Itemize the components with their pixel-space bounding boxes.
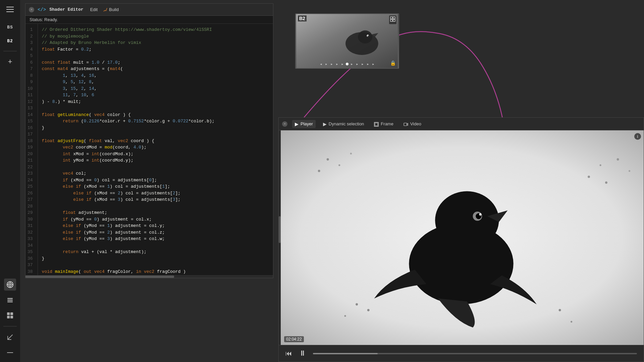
svg-rect-21	[390, 17, 392, 19]
svg-rect-26	[375, 123, 378, 126]
next-btn-1[interactable]: ▶	[350, 62, 354, 66]
dynamic-icon: ▶	[323, 121, 327, 127]
code-line: }	[42, 125, 269, 131]
code-line: int yMod = int(coordMod.y);	[42, 157, 269, 164]
svg-rect-11	[10, 312, 13, 315]
svg-rect-10	[7, 312, 10, 315]
code-line: 11, 7, 10, 6	[42, 92, 269, 99]
svg-point-31	[435, 191, 499, 249]
tab-video[interactable]: Video	[401, 120, 424, 128]
layers-icon[interactable]	[4, 294, 16, 306]
lock-icon[interactable]: 🔒	[390, 60, 396, 66]
svg-rect-13	[10, 316, 13, 318]
code-line: ) - 8.) * mult;	[42, 99, 269, 105]
code-area[interactable]: 1234567891011121314151617181920212223242…	[25, 24, 273, 275]
player-scrollbar-thumb[interactable]	[279, 216, 281, 243]
svg-point-43	[629, 170, 630, 172]
tab-player[interactable]: ▶ Player	[292, 120, 316, 128]
preview-controls: ◀ ▶ ▶ ▶ ▶ ▶ ▶ ▶ ▶ ▶	[296, 62, 398, 66]
code-line: // by mooglemoogle	[42, 33, 269, 40]
svg-point-47	[559, 309, 561, 311]
code-line: 1, 13, 4, 16,	[42, 72, 269, 79]
rewind-button[interactable]: ⏮	[285, 350, 292, 358]
sidebar: BS B2 +	[0, 0, 20, 362]
sidebar-item-bs[interactable]: BS	[7, 22, 13, 33]
play-btn-2[interactable]: ▶	[330, 62, 334, 66]
edit-menu[interactable]: Edit	[90, 7, 98, 12]
player-timestamp: 02:04:22	[284, 336, 304, 342]
svg-point-2	[9, 284, 11, 285]
code-line: float getLuminance( vec4 color ) {	[42, 112, 269, 118]
code-line: const mat4 adjustments = (mat4(	[42, 66, 269, 72]
svg-rect-22	[393, 17, 395, 19]
code-line: 9, 5, 12, 8,	[42, 79, 269, 85]
preview-b2-panel: B2 ◀ ▶ ▶ ▶ ▶ ▶ ▶ ▶ ▶ ▶ 🔒	[295, 13, 399, 69]
svg-point-34	[479, 213, 482, 216]
frame-icon	[374, 121, 379, 126]
editor-titlebar: × </> Shader Editor Edit Build	[25, 4, 273, 16]
player-image	[279, 130, 644, 345]
code-icon: </>	[38, 7, 46, 12]
svg-point-36	[338, 164, 340, 166]
svg-rect-9	[7, 301, 13, 302]
tab-dynamic-selection[interactable]: ▶ Dynamic selection	[320, 120, 367, 128]
sidebar-item-b2[interactable]: B2	[7, 36, 13, 46]
code-line: 3, 15, 2, 14,	[42, 85, 269, 92]
grid-icon[interactable]	[4, 309, 16, 321]
video-icon	[404, 121, 408, 127]
build-menu[interactable]: Build	[103, 7, 119, 12]
code-line: int xMod = int(coordMod.x);	[42, 151, 269, 158]
svg-point-40	[600, 164, 601, 166]
code-line	[42, 262, 269, 268]
svg-rect-12	[7, 316, 10, 318]
svg-point-42	[617, 158, 619, 161]
editor-menu: Edit Build	[90, 7, 119, 12]
code-line	[42, 164, 269, 171]
play-pause-button[interactable]: ⏸	[299, 349, 306, 358]
code-line: }	[42, 255, 269, 262]
player-panel: × ▶ Player ▶ Dynamic selection Frame	[278, 117, 644, 362]
scrollbar-thumb[interactable]	[25, 276, 174, 278]
code-line: float Factor = 0.2;	[42, 46, 269, 53]
svg-point-48	[571, 321, 572, 322]
player-scrollbar[interactable]	[279, 130, 281, 345]
play-btn-4[interactable]: ▶	[340, 62, 344, 66]
editor-scrollbar[interactable]	[25, 275, 273, 278]
progress-bar[interactable]	[313, 353, 637, 354]
svg-point-37	[318, 170, 320, 172]
next-btn-3[interactable]: ▶	[361, 62, 365, 66]
code-line: else if (yMod == 3) adjustment = col.w;	[42, 236, 269, 242]
add-button[interactable]: +	[6, 56, 14, 68]
code-line: // Ordered Dithering Shader https://www.…	[42, 26, 269, 33]
target-icon[interactable]	[4, 279, 16, 291]
info-button[interactable]: i	[634, 133, 641, 140]
code-line: if (yMod == 0) adjustment = col.x;	[42, 216, 269, 223]
preview-expand-button[interactable]	[389, 15, 396, 24]
code-line: vec4 col;	[42, 170, 269, 177]
prev-frame-btn[interactable]: ◀	[319, 62, 323, 66]
arrow-icon[interactable]	[4, 331, 16, 343]
svg-point-18	[358, 31, 372, 44]
play-btn-1[interactable]: ▶	[324, 62, 328, 66]
code-line: const float mult = 1.0 / 17.0;	[42, 59, 269, 66]
code-line: // Adapted by Bruno Herbelin for vimix	[42, 40, 269, 46]
next-btn-4[interactable]: ▶	[366, 62, 370, 66]
svg-point-20	[368, 36, 369, 37]
svg-point-35	[327, 158, 329, 161]
tab-frame[interactable]: Frame	[371, 120, 396, 128]
next-btn-2[interactable]: ▶	[355, 62, 359, 66]
code-line: float adjustment;	[42, 209, 269, 216]
minus-icon[interactable]	[4, 347, 16, 359]
svg-point-39	[588, 176, 590, 178]
code-line: if (xMod == 0) col = adjustments[0];	[42, 177, 269, 184]
play-btn-3[interactable]: ▶	[335, 62, 339, 66]
player-close-button[interactable]: ×	[282, 121, 287, 127]
code-content[interactable]: // Ordered Dithering Shader https://www.…	[38, 24, 273, 275]
svg-point-44	[356, 303, 358, 305]
editor-close-button[interactable]: ×	[29, 7, 34, 12]
player-titlebar: × ▶ Player ▶ Dynamic selection Frame	[279, 118, 644, 130]
code-line: else if (xMod == 1) col = adjustments[1]…	[42, 183, 269, 190]
menu-button[interactable]	[4, 3, 16, 15]
next-btn-5[interactable]: ▶	[371, 62, 375, 66]
svg-rect-23	[390, 19, 392, 21]
